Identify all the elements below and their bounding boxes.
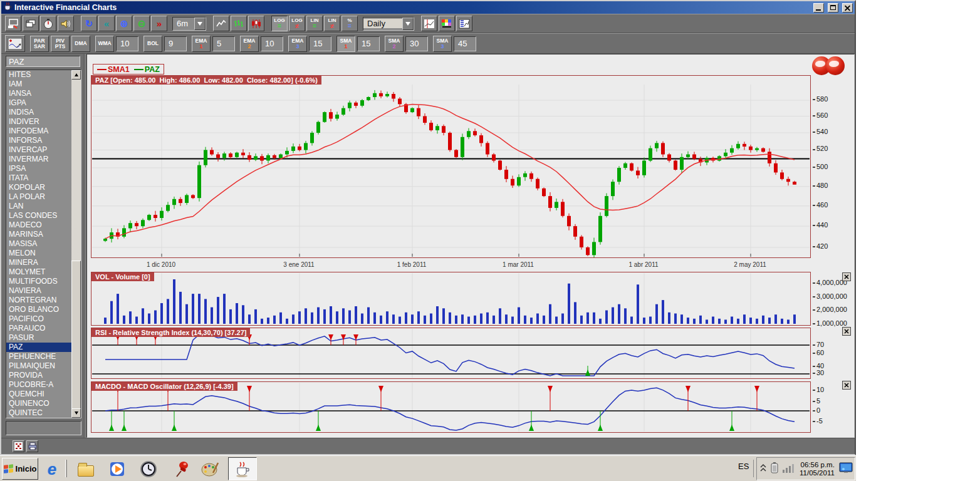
file-explorer-icon[interactable] — [76, 460, 95, 478]
list-item-paz[interactable]: PAZ — [6, 343, 71, 352]
indicator-sma3-value-field[interactable]: 45 — [454, 36, 476, 51]
indicator-ema1-button[interactable]: EMA1 — [192, 36, 211, 52]
list-item-quinenco[interactable]: QUINENCO — [6, 399, 71, 408]
bar-chart-type-button[interactable] — [231, 16, 247, 31]
list-item-iansa[interactable]: IANSA — [6, 89, 71, 98]
list-item-hites[interactable]: HITES — [6, 70, 71, 80]
list-item-pilmaiquen[interactable]: PILMAIQUEN — [6, 361, 71, 371]
indicator-ema3-value-field[interactable]: 15 — [309, 36, 331, 51]
refresh-button[interactable]: ↻ — [81, 16, 97, 31]
start-button[interactable]: Inicio — [2, 458, 38, 480]
volume-close-icon[interactable] — [842, 272, 851, 281]
indicator-sma1-button[interactable]: SMA1 — [336, 36, 355, 52]
scroll-down-icon[interactable] — [71, 408, 81, 418]
battery-icon[interactable] — [771, 462, 778, 476]
zoom-out-button[interactable]: ⊖ — [133, 16, 150, 31]
list-item-indiver[interactable]: INDIVER — [6, 117, 71, 127]
indicator-sma2-value-field[interactable]: 30 — [405, 36, 428, 51]
print-button[interactable] — [26, 440, 38, 452]
close-button[interactable] — [842, 3, 853, 13]
sound-button[interactable] — [58, 16, 74, 31]
list-item-lan[interactable]: LAN — [6, 202, 71, 211]
chevron-up-icon[interactable] — [760, 463, 766, 475]
maximize-button[interactable] — [828, 3, 838, 13]
list-item-pehuenche[interactable]: PEHUENCHE — [6, 352, 71, 361]
list-item-kopolar[interactable]: KOPOLAR — [6, 183, 71, 192]
indicator-wma-value-field[interactable]: 10 — [116, 36, 138, 51]
list-item-oro-blanco[interactable]: ORO BLANCO — [6, 305, 71, 314]
list-item-multifoods[interactable]: MULTIFOODS — [6, 277, 71, 286]
new-chart-button[interactable] — [5, 16, 21, 31]
scrollbar-thumb[interactable] — [71, 261, 81, 410]
internet-explorer-icon[interactable]: e — [43, 460, 61, 478]
list-item-provida[interactable]: PROVIDA — [6, 371, 71, 380]
list-item-pucobre-a[interactable]: PUCOBRE-A — [6, 380, 71, 390]
interval-combobox[interactable]: Daily — [363, 17, 414, 31]
scroll-back-button[interactable]: « — [98, 16, 115, 31]
period-combobox[interactable]: 6m — [172, 17, 206, 31]
list-item-marinsa[interactable]: MARINSA — [6, 230, 71, 239]
list-item-pasur[interactable]: PASUR — [6, 333, 71, 343]
list-item-nortegran[interactable]: NORTEGRAN — [6, 296, 71, 305]
list-scrollbar[interactable] — [71, 70, 81, 418]
duplicate-chart-button[interactable] — [23, 16, 39, 31]
list-item-madeco[interactable]: MADECO — [6, 220, 71, 230]
list-item-pacifico[interactable]: PACIFICO — [6, 314, 71, 324]
list-item-invercap[interactable]: INVERCAP — [6, 145, 71, 155]
list-item-igpa[interactable]: IGPA — [6, 98, 71, 108]
price-chart-panel[interactable] — [91, 75, 811, 258]
indicator-chart-button[interactable] — [5, 35, 25, 52]
scale-button-log-eq[interactable]: LOG= — [271, 16, 288, 31]
indicator-sma1-value-field[interactable]: 15 — [357, 36, 380, 51]
title-bar[interactable]: Interactive Financial Charts — [1, 1, 855, 14]
scroll-forward-button[interactable]: » — [151, 16, 167, 31]
list-item-infodema[interactable]: INFODEMA — [6, 127, 71, 136]
chart-style-button[interactable] — [421, 16, 437, 31]
minimize-button[interactable] — [813, 3, 824, 13]
symbol-input[interactable] — [6, 56, 80, 67]
list-item-quintec[interactable]: QUINTEC — [6, 408, 71, 418]
tray-clock[interactable]: 06:56 p.m. 11/05/2011 — [800, 461, 835, 477]
java-app-taskbar-icon[interactable] — [228, 457, 257, 480]
indicator-bol-button[interactable]: BOL — [143, 36, 162, 52]
list-item-iam[interactable]: IAM — [6, 80, 71, 89]
indicator-ema3-button[interactable]: EMA3 — [288, 36, 307, 52]
volume-panel[interactable] — [91, 272, 811, 326]
select-tool-button[interactable] — [13, 440, 24, 452]
signal-strength-icon[interactable] — [783, 463, 794, 475]
list-item-la-polar[interactable]: LA POLAR — [6, 192, 71, 202]
list-item-ipsa[interactable]: IPSA — [6, 164, 71, 173]
list-item-las-condes[interactable]: LAS CONDES — [6, 211, 71, 220]
list-item-indisa[interactable]: INDISA — [6, 108, 71, 117]
indicator-wma-button[interactable]: WMA — [95, 36, 114, 52]
candlestick-chart-type-button[interactable] — [248, 16, 264, 31]
indicator-piv-pts-button[interactable]: PIVPTS — [51, 36, 70, 52]
list-item-minera[interactable]: MINERA — [6, 258, 71, 267]
color-settings-button[interactable] — [439, 16, 455, 31]
data-table-button[interactable] — [456, 16, 472, 31]
scale-button-lin-neq[interactable]: LIN≠ — [324, 16, 340, 31]
list-item-inforsa[interactable]: INFORSA — [6, 136, 71, 145]
list-item-molymet[interactable]: MOLYMET — [6, 267, 71, 277]
interval-dropdown-arrow-icon[interactable] — [402, 18, 414, 30]
indicator-ema2-value-field[interactable]: 10 — [261, 36, 283, 51]
show-desktop-icon[interactable] — [839, 462, 853, 477]
timer-button[interactable] — [40, 16, 56, 31]
list-item-parauco[interactable]: PARAUCO — [6, 324, 71, 333]
indicator-sma2-button[interactable]: SMA2 — [385, 36, 404, 52]
paint-palette-icon[interactable] — [201, 460, 219, 478]
zoom-in-button[interactable]: ⊕ — [116, 16, 132, 31]
list-item-masisa[interactable]: MASISA — [6, 239, 71, 249]
indicator-ema2-button[interactable]: EMA2 — [240, 36, 259, 52]
language-indicator[interactable]: ES — [738, 462, 749, 471]
pushpin-icon[interactable] — [173, 460, 192, 478]
indicator-sma3-button[interactable]: SMA3 — [433, 36, 452, 52]
macd-close-icon[interactable] — [842, 381, 851, 390]
indicator-par-sar-button[interactable]: PARSAR — [30, 36, 49, 52]
line-chart-type-button[interactable] — [213, 16, 229, 31]
list-item-quemchi[interactable]: QUEMCHI — [6, 390, 71, 399]
scroll-up-icon[interactable] — [71, 70, 81, 80]
scale-button-log-neq[interactable]: LOG≠ — [289, 16, 305, 31]
quick-launch-separator[interactable] — [65, 460, 67, 477]
list-item-melon[interactable]: MELON — [6, 249, 71, 258]
